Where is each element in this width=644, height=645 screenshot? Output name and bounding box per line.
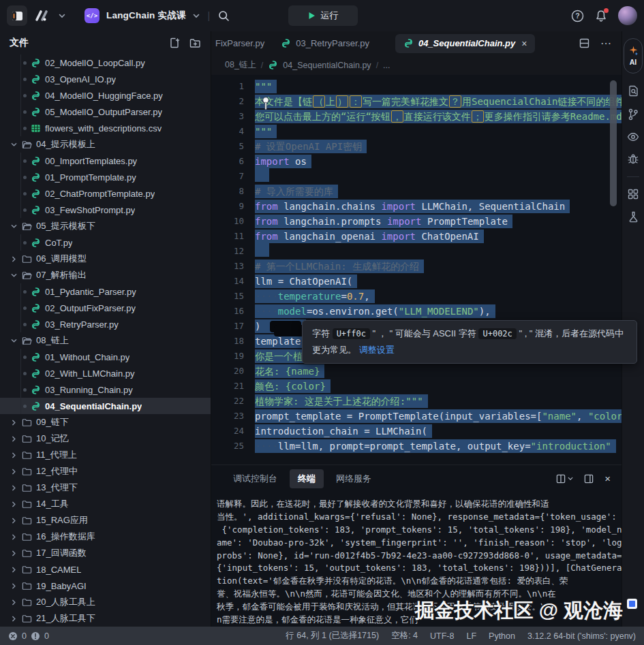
tree-file[interactable]: 03_RetryParser.py [0,316,211,332]
breadcrumb-separator: / [261,61,263,70]
notifications-button[interactable] [595,10,607,22]
preview-eye-icon[interactable] [627,132,639,142]
breadcrumb[interactable]: 08_链上/04_SequentialChain.py/... [211,56,622,75]
selected-text: ····temperature=0.7, [255,289,375,303]
tree-folder[interactable]: 16_操作数据库 [0,529,211,545]
tree-file[interactable]: 03_FewShotPrompt.py [0,202,211,218]
statusbar-item[interactable]: UTF-8 [430,631,454,641]
app-menu-chevron-icon[interactable] [59,14,65,18]
tree-folder[interactable]: 04_提示模板上 [0,136,211,153]
ai-sparkle-icon [628,46,639,56]
panel-layout-icon[interactable] [584,474,594,484]
new-folder-icon[interactable] [189,38,201,48]
tree-item-label: 04_ModelIO_HuggingFace.py [45,91,163,101]
folder-icon [22,435,32,443]
tree-item-label: 14_工具 [36,498,69,510]
tree-folder[interactable]: 19_BabyAGI [0,578,211,594]
tree-item-label: 19_BabyAGI [36,581,87,591]
tree-file[interactable]: 02_With_LLMChain.py [0,365,211,381]
tree-folder[interactable]: 18_CAMEL [0,561,211,578]
tree-item-label: flowers_with_descriptions.csv [45,123,162,133]
tree-file[interactable]: 03_Running_Chain.py [0,381,211,398]
statusbar-item[interactable]: LF [466,631,476,641]
split-editor-icon[interactable] [579,38,589,48]
tree-file[interactable]: 04_ModelIO_HuggingFace.py [0,87,211,104]
tab-close-icon[interactable]: × [521,38,527,49]
python-file-icon [31,238,41,248]
panel-tab[interactable]: 网络服务 [328,469,380,488]
tree-folder[interactable]: 13_代理下 [0,479,211,496]
panel-tab[interactable]: 终端 [290,469,324,488]
tree-file[interactable]: 01_PromptTemplate.py [0,169,211,185]
project-name[interactable]: LangChain 实战课 [106,10,186,22]
code-editor[interactable]: 1"""2本文件是【链（上）：写一篇完美鲜花推文？用SequencialChai… [211,75,622,465]
tree-item-label: 03_FewShotPrompt.py [45,205,135,215]
tree-folder[interactable]: 20_人脉工具上 [0,594,211,610]
more-actions-icon[interactable]: ⋯ [600,37,612,50]
tree-folder[interactable]: 10_记忆 [0,430,211,447]
source-control-icon[interactable] [628,108,639,121]
search-icon[interactable] [218,10,230,22]
tree-folder[interactable]: 12_代理中 [0,463,211,479]
close-panel-icon[interactable]: × [604,473,611,484]
tree-folder[interactable]: 09_链下 [0,414,211,430]
app-logo-icon[interactable] [34,10,52,22]
editor-tab[interactable]: 04_SequentialChain.py× [395,34,536,53]
sidebar-toggle-button[interactable] [7,5,27,26]
tree-folder[interactable]: 06_调用模型 [0,251,211,267]
tree-folder[interactable]: 15_RAG应用 [0,512,211,529]
breadcrumb-segment[interactable]: 04_SequentialChain.py [283,61,371,70]
tree-file[interactable]: 01_Pydantic_Parser.py [0,283,211,300]
tree-folder[interactable]: 07_解析输出 [0,267,211,283]
split-terminal-button[interactable] [556,474,573,484]
tree-file[interactable]: 02_OutputFixParser.py [0,300,211,316]
tree-file[interactable]: 03_OpenAI_IO.py [0,71,211,87]
code-line: 22植物学家: 这是关于上述花的介绍:""" [211,394,622,409]
tree-folder[interactable]: 11_代理上 [0,447,211,463]
breadcrumb-segment[interactable]: 08_链上 [225,59,256,71]
warnings-icon[interactable] [31,631,40,641]
terminal-output[interactable]: 语解释。因此，在送花时，最好了解接收者的文化背景和喜好，以确保花语的准确性和适当… [211,492,622,627]
tree-file[interactable]: 02_ChatPromptTemplate.py [0,185,211,202]
adjust-settings-link[interactable]: 调整设置 [359,345,395,355]
tree-folder[interactable]: 17_回调函数 [0,545,211,561]
statusbar-item[interactable]: 行 64, 列 1 (已选择1715) [286,630,379,642]
panel-tab[interactable]: 调试控制台 [225,469,286,488]
project-chevron-icon[interactable] [193,14,200,18]
extensions-icon[interactable] [628,189,639,200]
run-button[interactable]: 运行 [288,5,358,26]
tree-file[interactable]: 01_Without_Chain.py [0,349,211,365]
code-line: 16····model=os.environ.get("LLM_MODELEND… [211,304,622,319]
help-icon[interactable]: ? [571,10,584,22]
tree-file[interactable]: 00_ImportTemplates.py [0,153,211,169]
editor-tab[interactable]: 03_RetryParser.py [273,34,378,53]
tree-folder[interactable]: 14_工具 [0,496,211,512]
statusbar-item[interactable]: 3.12.2 64-bit ('shims': pyenv) [527,631,636,641]
testing-flask-icon[interactable] [628,211,639,223]
file-search-icon[interactable] [628,85,639,97]
code-line: 6import os [211,154,622,169]
tree-file[interactable]: flowers_with_descriptions.csv [0,120,211,136]
tree-file[interactable]: 02_ModelIO_LoopCall.py [0,54,211,71]
file-explorer-sidebar: 文件 02_ModelIO_LoopCall.py03_OpenAI_IO.py… [0,31,211,627]
debug-icon[interactable] [628,153,639,165]
tree-folder[interactable]: 08_链上 [0,332,211,349]
file-status-dot [23,192,27,195]
statusbar-item[interactable]: 空格: 4 [391,630,418,642]
tree-file[interactable]: 05_ModelIO_OutputParser.py [0,104,211,120]
editor-scrollbar[interactable] [610,80,617,206]
tree-file[interactable]: 04_SequentialChain.py [0,398,211,414]
user-avatar[interactable] [618,6,637,25]
tree-file[interactable]: CoT.py [0,234,211,251]
breadcrumb-segment[interactable]: ... [383,61,390,70]
ai-assistant-button[interactable]: AI [624,38,643,74]
new-file-icon[interactable] [169,37,180,48]
tree-item-label: 03_OpenAI_IO.py [45,74,116,84]
tree-folder[interactable]: 21_人脉工具下 [0,610,211,627]
folder-icon [22,484,32,492]
errors-icon[interactable] [8,631,18,641]
editor-tab[interactable]: FixParser.py [207,34,273,53]
python-file-icon [31,107,41,117]
statusbar-item[interactable]: Python [489,631,515,641]
tree-folder[interactable]: 05_提示模板下 [0,218,211,234]
